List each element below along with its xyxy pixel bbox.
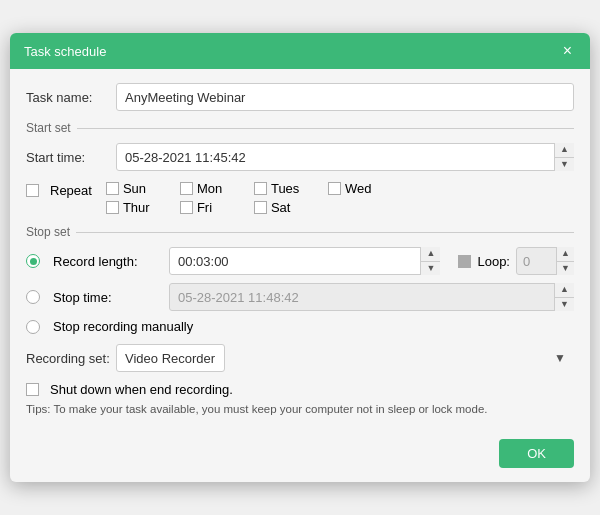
shutdown-label: Shut down when end recording. [50, 382, 233, 397]
tues-checkbox[interactable] [254, 182, 267, 195]
tues-label: Tues [271, 181, 299, 196]
day-fri: Fri [180, 200, 240, 215]
start-set-label: Start set [26, 121, 574, 135]
record-length-up-btn[interactable]: ▲ [421, 247, 440, 262]
task-name-input[interactable] [116, 83, 574, 111]
start-time-spinner-btns: ▲ ▼ [554, 143, 574, 171]
stop-time-spinner: ▲ ▼ [169, 283, 574, 311]
start-time-up-btn[interactable]: ▲ [555, 143, 574, 158]
sun-checkbox[interactable] [106, 182, 119, 195]
shutdown-row: Shut down when end recording. [26, 382, 574, 397]
start-time-spinner: ▲ ▼ [116, 143, 574, 171]
day-tues: Tues [254, 181, 314, 196]
stop-time-spinner-btns: ▲ ▼ [554, 283, 574, 311]
loop-down-btn[interactable]: ▼ [557, 262, 574, 276]
loop-checkbox[interactable] [458, 255, 471, 268]
ok-button[interactable]: OK [499, 439, 574, 468]
repeat-section: Repeat Sun Mon Tues [26, 181, 574, 215]
stop-manually-label: Stop recording manually [53, 319, 193, 334]
record-length-label: Record length: [53, 254, 153, 269]
wed-label: Wed [345, 181, 372, 196]
recording-set-label: Recording set: [26, 351, 116, 366]
sun-label: Sun [123, 181, 146, 196]
day-wed: Wed [328, 181, 388, 196]
sat-label: Sat [271, 200, 291, 215]
dialog-content: Task name: Start set Start time: ▲ ▼ Rep… [10, 69, 590, 429]
start-time-row: Start time: ▲ ▼ [26, 143, 574, 171]
mon-checkbox[interactable] [180, 182, 193, 195]
start-time-input[interactable] [116, 143, 574, 171]
stop-set-label: Stop set [26, 225, 574, 239]
dialog-title: Task schedule [24, 44, 106, 59]
days-grid: Sun Mon Tues Wed [106, 181, 388, 215]
thur-label: Thur [123, 200, 150, 215]
stop-time-up-btn[interactable]: ▲ [555, 283, 574, 298]
loop-label: Loop: [477, 254, 510, 269]
repeat-row: Repeat [26, 183, 92, 198]
loop-spinner-btns: ▲ ▼ [556, 247, 574, 275]
fri-checkbox[interactable] [180, 201, 193, 214]
dialog-footer: OK [10, 429, 590, 482]
task-schedule-dialog: Task schedule × Task name: Start set Sta… [10, 33, 590, 482]
day-mon: Mon [180, 181, 240, 196]
loop-input-wrap: ▲ ▼ [516, 247, 574, 275]
record-length-row: Record length: ▲ ▼ Loop: ▲ ▼ [26, 247, 574, 275]
day-sun: Sun [106, 181, 166, 196]
mon-label: Mon [197, 181, 222, 196]
day-thur: Thur [106, 200, 166, 215]
loop-section: Loop: ▲ ▼ [458, 247, 574, 275]
record-length-down-btn[interactable]: ▼ [421, 262, 440, 276]
shutdown-checkbox[interactable] [26, 383, 39, 396]
stop-time-input[interactable] [169, 283, 574, 311]
stop-time-radio[interactable] [26, 290, 40, 304]
day-sat: Sat [254, 200, 314, 215]
task-name-label: Task name: [26, 90, 116, 105]
title-bar: Task schedule × [10, 33, 590, 69]
select-arrow-icon: ▼ [554, 351, 566, 365]
record-length-radio[interactable] [26, 254, 40, 268]
sat-checkbox[interactable] [254, 201, 267, 214]
days-row-2: Thur Fri Sat [106, 200, 388, 215]
fri-label: Fri [197, 200, 212, 215]
task-name-row: Task name: [26, 83, 574, 111]
stop-time-label: Stop time: [53, 290, 153, 305]
stop-time-down-btn[interactable]: ▼ [555, 298, 574, 312]
wed-checkbox[interactable] [328, 182, 341, 195]
recording-set-select[interactable]: Video Recorder [116, 344, 225, 372]
record-length-input[interactable] [169, 247, 440, 275]
record-length-spinner: ▲ ▼ [169, 247, 440, 275]
recording-set-row: Recording set: Video Recorder ▼ [26, 344, 574, 372]
stop-time-row: Stop time: ▲ ▼ [26, 283, 574, 311]
repeat-checkbox[interactable] [26, 184, 39, 197]
repeat-label: Repeat [50, 183, 92, 198]
close-button[interactable]: × [559, 41, 576, 61]
stop-manually-row: Stop recording manually [26, 319, 574, 334]
loop-up-btn[interactable]: ▲ [557, 247, 574, 262]
thur-checkbox[interactable] [106, 201, 119, 214]
stop-manually-radio[interactable] [26, 320, 40, 334]
tips-text: Tips: To make your task available, you m… [26, 403, 574, 415]
recording-set-wrap: Video Recorder ▼ [116, 344, 574, 372]
start-time-down-btn[interactable]: ▼ [555, 158, 574, 172]
start-time-label: Start time: [26, 150, 116, 165]
days-row-1: Sun Mon Tues Wed [106, 181, 388, 196]
record-length-spinner-btns: ▲ ▼ [420, 247, 440, 275]
